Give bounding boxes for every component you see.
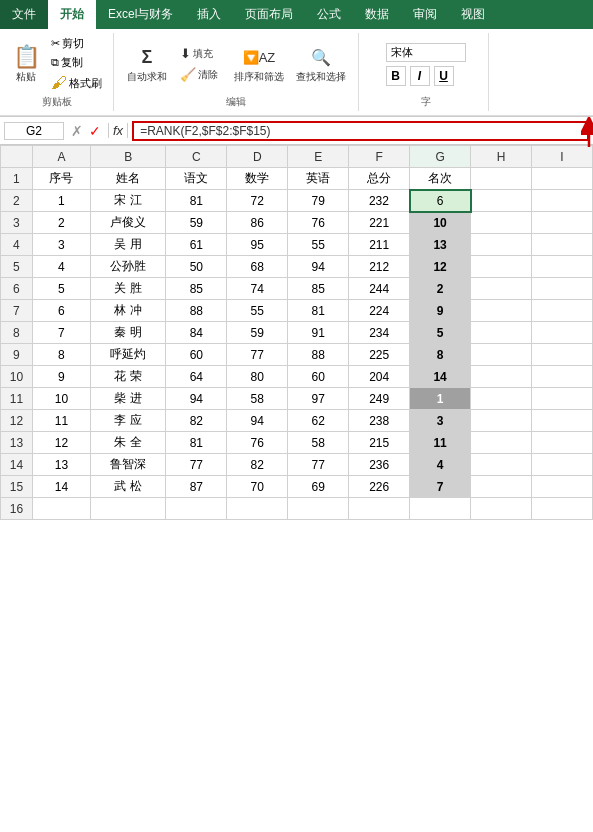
cell-f2[interactable]: 232 — [349, 190, 410, 212]
cell-d13[interactable]: 76 — [227, 432, 288, 454]
cell-e14[interactable]: 77 — [288, 454, 349, 476]
col-header-a[interactable]: A — [32, 146, 90, 168]
cell-g9[interactable]: 8 — [410, 344, 471, 366]
cell-e13[interactable]: 58 — [288, 432, 349, 454]
cell-i12[interactable] — [532, 410, 593, 432]
find-button[interactable]: 🔍 查找和选择 — [292, 42, 350, 86]
cell-b10[interactable]: 花 荣 — [90, 366, 165, 388]
cell-h13[interactable] — [471, 432, 532, 454]
cell-h3[interactable] — [471, 212, 532, 234]
cell-h5[interactable] — [471, 256, 532, 278]
tab-file[interactable]: 文件 — [0, 0, 48, 29]
cell-b12[interactable]: 李 应 — [90, 410, 165, 432]
cell-c10[interactable]: 64 — [166, 366, 227, 388]
cell-a6[interactable]: 5 — [32, 278, 90, 300]
cell-i4[interactable] — [532, 234, 593, 256]
cell-f6[interactable]: 244 — [349, 278, 410, 300]
cell-d8[interactable]: 59 — [227, 322, 288, 344]
cell-e6[interactable]: 85 — [288, 278, 349, 300]
cell-i8[interactable] — [532, 322, 593, 344]
cell-f7[interactable]: 224 — [349, 300, 410, 322]
cell-h12[interactable] — [471, 410, 532, 432]
cell-g5[interactable]: 12 — [410, 256, 471, 278]
cell-d5[interactable]: 68 — [227, 256, 288, 278]
cell-f1[interactable]: 总分 — [349, 168, 410, 190]
cut-button[interactable]: ✂ 剪切 — [48, 35, 105, 52]
cell-i11[interactable] — [532, 388, 593, 410]
cell-b13[interactable]: 朱 全 — [90, 432, 165, 454]
cell-i13[interactable] — [532, 432, 593, 454]
tab-home[interactable]: 开始 — [48, 0, 96, 29]
cell-c3[interactable]: 59 — [166, 212, 227, 234]
cell-h9[interactable] — [471, 344, 532, 366]
cell-e5[interactable]: 94 — [288, 256, 349, 278]
cell-b16[interactable] — [90, 498, 165, 520]
cell-i16[interactable] — [532, 498, 593, 520]
col-header-f[interactable]: F — [349, 146, 410, 168]
cell-c13[interactable]: 81 — [166, 432, 227, 454]
cell-d4[interactable]: 95 — [227, 234, 288, 256]
cell-a14[interactable]: 13 — [32, 454, 90, 476]
cell-f3[interactable]: 221 — [349, 212, 410, 234]
paste-button[interactable]: 📋 粘贴 — [8, 42, 44, 86]
cell-h16[interactable] — [471, 498, 532, 520]
cell-c14[interactable]: 77 — [166, 454, 227, 476]
cell-a13[interactable]: 12 — [32, 432, 90, 454]
cell-h2[interactable] — [471, 190, 532, 212]
cell-a4[interactable]: 3 — [32, 234, 90, 256]
cell-a10[interactable]: 9 — [32, 366, 90, 388]
autosum-button[interactable]: Σ 自动求和 — [122, 42, 172, 86]
cell-g15[interactable]: 7 — [410, 476, 471, 498]
col-header-e[interactable]: E — [288, 146, 349, 168]
cell-b2[interactable]: 宋 江 — [90, 190, 165, 212]
cell-b9[interactable]: 呼延灼 — [90, 344, 165, 366]
cell-e15[interactable]: 69 — [288, 476, 349, 498]
cell-f4[interactable]: 211 — [349, 234, 410, 256]
cell-h4[interactable] — [471, 234, 532, 256]
tab-excel-finance[interactable]: Excel与财务 — [96, 0, 185, 29]
cell-a11[interactable]: 10 — [32, 388, 90, 410]
cell-reference-input[interactable] — [4, 122, 64, 140]
cell-a16[interactable] — [32, 498, 90, 520]
cell-e4[interactable]: 55 — [288, 234, 349, 256]
cell-g6[interactable]: 2 — [410, 278, 471, 300]
cell-b1[interactable]: 姓名 — [90, 168, 165, 190]
cell-b8[interactable]: 秦 明 — [90, 322, 165, 344]
tab-insert[interactable]: 插入 — [185, 0, 233, 29]
cell-g7[interactable]: 9 — [410, 300, 471, 322]
cell-i2[interactable] — [532, 190, 593, 212]
fill-button[interactable]: ⬇ 填充 — [176, 44, 226, 63]
cell-i14[interactable] — [532, 454, 593, 476]
cell-i6[interactable] — [532, 278, 593, 300]
cell-b3[interactable]: 卢俊义 — [90, 212, 165, 234]
cell-c5[interactable]: 50 — [166, 256, 227, 278]
bold-button[interactable]: B — [386, 66, 406, 86]
cell-b4[interactable]: 吴 用 — [90, 234, 165, 256]
cell-f15[interactable]: 226 — [349, 476, 410, 498]
cell-g4[interactable]: 13 — [410, 234, 471, 256]
cell-d10[interactable]: 80 — [227, 366, 288, 388]
cell-e3[interactable]: 76 — [288, 212, 349, 234]
cell-g13[interactable]: 11 — [410, 432, 471, 454]
cell-c6[interactable]: 85 — [166, 278, 227, 300]
cell-a8[interactable]: 7 — [32, 322, 90, 344]
cell-f10[interactable]: 204 — [349, 366, 410, 388]
format-brush-button[interactable]: 🖌 格式刷 — [48, 73, 105, 93]
formula-confirm-button[interactable]: ✓ — [86, 123, 104, 139]
tab-review[interactable]: 审阅 — [401, 0, 449, 29]
cell-c11[interactable]: 94 — [166, 388, 227, 410]
cell-a2[interactable]: 1 — [32, 190, 90, 212]
underline-button[interactable]: U — [434, 66, 454, 86]
cell-b6[interactable]: 关 胜 — [90, 278, 165, 300]
cell-a5[interactable]: 4 — [32, 256, 90, 278]
cell-i1[interactable] — [532, 168, 593, 190]
cell-d16[interactable] — [227, 498, 288, 520]
italic-button[interactable]: I — [410, 66, 430, 86]
col-header-b[interactable]: B — [90, 146, 165, 168]
cell-h1[interactable] — [471, 168, 532, 190]
cell-f9[interactable]: 225 — [349, 344, 410, 366]
formula-cancel-button[interactable]: ✗ — [68, 123, 86, 139]
tab-view[interactable]: 视图 — [449, 0, 497, 29]
cell-f12[interactable]: 238 — [349, 410, 410, 432]
cell-a15[interactable]: 14 — [32, 476, 90, 498]
